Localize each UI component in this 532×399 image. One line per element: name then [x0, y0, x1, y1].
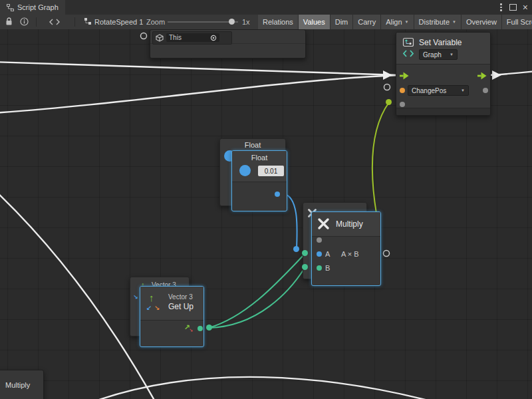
white-edge-bottom[interactable] — [90, 377, 462, 399]
chevron-down-icon: ▼ — [461, 88, 465, 92]
lock-icon[interactable] — [5, 17, 13, 26]
down-right-arrow-icon: ↘ — [133, 295, 138, 301]
variable-value-edge[interactable] — [372, 102, 389, 213]
get-up-node[interactable]: ↑ ↙ ↘ Vector 3 Get Up ↗ ↘ — [140, 286, 204, 347]
vector-edge-a[interactable] — [209, 254, 305, 328]
toolbar-buttons: Relations Values Dim Carry Align▼ Distri… — [258, 15, 532, 29]
chevron-down-icon: ▼ — [405, 20, 409, 24]
input-port-b[interactable] — [317, 265, 322, 271]
down-right-arrow-icon: ↘ — [154, 305, 160, 312]
input-port[interactable] — [317, 237, 322, 243]
float-node[interactable]: Float 0.01 — [231, 150, 287, 211]
edge-endpoint-dot[interactable] — [302, 264, 308, 270]
cube-icon — [156, 34, 164, 42]
code-view-icon[interactable] — [49, 19, 60, 25]
zoom-slider-knob[interactable] — [229, 19, 235, 25]
graph-breadcrumb[interactable]: RotateSpeed 1 — [94, 18, 143, 26]
tab-script-graph[interactable]: Script Graph — [0, 0, 65, 15]
variable-scope-dropdown[interactable]: Graph ▼ — [419, 49, 458, 60]
target-picker-icon[interactable] — [210, 35, 217, 41]
graph-breadcrumb-icon — [84, 17, 92, 25]
variable-icon — [401, 37, 416, 59]
output-value-port[interactable] — [483, 88, 488, 93]
vector-edge-b[interactable] — [209, 268, 305, 328]
maximize-icon[interactable] — [509, 4, 517, 11]
distribute-dropdown-button[interactable]: Distribute▼ — [414, 15, 462, 29]
this-node-header: This — [152, 31, 232, 45]
this-value: This — [169, 34, 182, 41]
float-output-port[interactable] — [275, 192, 280, 197]
unconnected-port[interactable] — [384, 251, 390, 257]
this-node[interactable]: This — [150, 29, 306, 59]
vector-output-port[interactable] — [198, 326, 203, 331]
vector3-subtitle: Vector 3 — [168, 293, 194, 301]
kebab-menu-icon[interactable] — [499, 2, 503, 13]
script-graph-window: Script Graph × RotateSpeed 1 Zoom — [0, 0, 532, 399]
control-edge-in-lower[interactable] — [0, 75, 399, 113]
toolbar-separator — [36, 17, 37, 27]
relations-button[interactable]: Relations — [258, 15, 299, 29]
toolbar-separator — [74, 17, 75, 27]
down-left-arrow-icon: ↙ — [146, 305, 152, 312]
flow-output-port[interactable] — [477, 72, 487, 80]
scope-value: Graph — [423, 51, 442, 59]
unconnected-port[interactable] — [141, 33, 147, 39]
multiply-corner-title: Multiply — [5, 381, 30, 389]
control-edge-in-upper[interactable] — [0, 62, 399, 75]
dim-label: Dim — [335, 18, 348, 26]
edge-endpoint-dot[interactable] — [386, 99, 392, 105]
overview-label: Overview — [466, 18, 497, 26]
multiply-title: Multiply — [336, 212, 363, 236]
variable-name-port[interactable] — [400, 88, 405, 93]
align-dropdown-button[interactable]: Align▼ — [381, 15, 414, 29]
align-label: Align — [386, 18, 402, 26]
edge-endpoint-dot[interactable] — [293, 246, 299, 252]
float-type-icon — [239, 165, 251, 176]
carry-label: Carry — [358, 18, 376, 26]
info-icon[interactable] — [20, 17, 29, 26]
graph-toolbar: RotateSpeed 1 Zoom 1x Relations Values D… — [0, 15, 532, 30]
multiply-x-icon — [317, 217, 330, 230]
this-object-field[interactable]: This — [166, 33, 219, 42]
zoom-value: 1x — [242, 18, 250, 26]
float-back-title: Float — [220, 139, 285, 151]
script-graph-icon — [7, 4, 14, 11]
float-value-field[interactable]: 0.01 — [258, 166, 284, 176]
values-button[interactable]: Values — [299, 15, 331, 29]
window-controls: × — [499, 0, 532, 15]
full-screen-label: Full Screen — [507, 18, 532, 26]
multiply-corner-node[interactable]: Multiply — [0, 370, 44, 399]
values-label: Values — [303, 18, 325, 26]
relations-label: Relations — [263, 18, 293, 26]
input-value-port[interactable] — [400, 102, 405, 107]
flow-input-port[interactable] — [400, 72, 409, 80]
set-variable-title: Set Variable — [419, 38, 462, 47]
tab-title: Script Graph — [17, 3, 59, 11]
multiply-node[interactable]: Multiply A A × B B — [311, 211, 381, 286]
graph-canvas[interactable]: This Set Variable — [0, 29, 532, 399]
edge-endpoint-dot[interactable] — [302, 250, 308, 256]
full-screen-button[interactable]: Full Screen — [502, 15, 532, 29]
unconnected-port[interactable] — [384, 84, 390, 90]
edge-endpoint-dot[interactable] — [206, 325, 212, 331]
zoom-label: Zoom — [146, 18, 165, 26]
set-variable-node[interactable]: Set Variable Graph ▼ ChangePos ▼ — [396, 32, 491, 116]
input-port-a[interactable] — [317, 251, 322, 257]
port-result-label: A × B — [341, 250, 359, 258]
get-up-text: Vector 3 Get Up — [168, 293, 194, 311]
overview-button[interactable]: Overview — [462, 15, 502, 29]
edge-arrowhead-in — [383, 70, 392, 80]
chevron-down-icon: ▼ — [452, 20, 456, 24]
zoom-slider-track[interactable] — [168, 21, 238, 23]
variable-name-dropdown[interactable]: ChangePos ▼ — [408, 85, 469, 96]
control-edge-out[interactable] — [484, 70, 532, 75]
distribute-label: Distribute — [419, 18, 450, 26]
port-b-label: B — [325, 264, 330, 272]
dim-button[interactable]: Dim — [331, 15, 354, 29]
carry-button[interactable]: Carry — [353, 15, 381, 29]
get-up-title: Get Up — [168, 302, 194, 311]
node-footer — [396, 108, 490, 115]
edge-arrowhead-out — [492, 70, 501, 80]
down-right-arrow-icon: ↘ — [189, 328, 193, 332]
close-icon[interactable]: × — [523, 3, 528, 12]
